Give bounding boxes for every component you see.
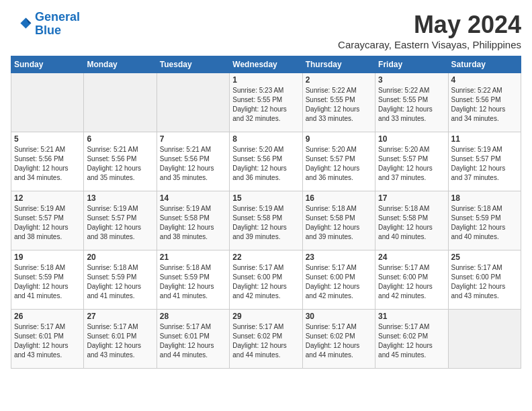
day-content: Sunrise: 5:17 AM Sunset: 6:00 PM Dayligh… — [232, 263, 299, 301]
day-number: 10 — [378, 134, 445, 144]
day-number: 17 — [378, 193, 445, 203]
day-number: 21 — [160, 253, 226, 262]
calendar-cell: 3Sunrise: 5:22 AM Sunset: 5:55 PM Daylig… — [375, 73, 448, 132]
calendar-cell: 29Sunrise: 5:17 AM Sunset: 6:02 PM Dayli… — [230, 310, 302, 369]
calendar-cell: 20Sunrise: 5:18 AM Sunset: 5:59 PM Dayli… — [84, 250, 157, 310]
day-content: Sunrise: 5:17 AM Sunset: 6:00 PM Dayligh… — [378, 263, 445, 301]
calendar-cell: 15Sunrise: 5:19 AM Sunset: 5:58 PM Dayli… — [230, 191, 302, 250]
day-content: Sunrise: 5:17 AM Sunset: 6:01 PM Dayligh… — [160, 322, 226, 360]
day-number: 28 — [160, 312, 226, 321]
day-number: 23 — [306, 253, 372, 262]
weekday-header: Saturday — [448, 56, 521, 73]
day-content: Sunrise: 5:18 AM Sunset: 5:59 PM Dayligh… — [451, 204, 518, 242]
day-content: Sunrise: 5:18 AM Sunset: 5:58 PM Dayligh… — [306, 204, 372, 242]
calendar-cell: 24Sunrise: 5:17 AM Sunset: 6:00 PM Dayli… — [375, 250, 448, 310]
calendar-cell: 10Sunrise: 5:20 AM Sunset: 5:57 PM Dayli… — [375, 132, 448, 191]
day-content: Sunrise: 5:22 AM Sunset: 5:55 PM Dayligh… — [378, 86, 445, 124]
calendar-cell: 12Sunrise: 5:19 AM Sunset: 5:57 PM Dayli… — [11, 191, 84, 250]
day-number: 15 — [232, 193, 299, 203]
weekday-header: Tuesday — [157, 56, 229, 73]
day-content: Sunrise: 5:17 AM Sunset: 6:02 PM Dayligh… — [232, 322, 299, 360]
day-number: 31 — [378, 312, 445, 321]
calendar-cell: 25Sunrise: 5:17 AM Sunset: 6:00 PM Dayli… — [448, 250, 521, 310]
calendar-cell: 31Sunrise: 5:17 AM Sunset: 6:02 PM Dayli… — [375, 310, 448, 369]
svg-marker-0 — [20, 17, 31, 28]
weekday-header: Friday — [375, 56, 448, 73]
day-number: 9 — [306, 134, 372, 144]
day-content: Sunrise: 5:21 AM Sunset: 5:56 PM Dayligh… — [14, 145, 81, 183]
logo-icon — [11, 13, 32, 35]
day-number: 25 — [451, 253, 518, 262]
day-number: 8 — [232, 134, 299, 144]
day-content: Sunrise: 5:20 AM Sunset: 5:57 PM Dayligh… — [378, 145, 445, 183]
title-block: May 2024 Caraycaray, Eastern Visayas, Ph… — [338, 11, 521, 50]
day-content: Sunrise: 5:23 AM Sunset: 5:55 PM Dayligh… — [232, 86, 299, 124]
day-content: Sunrise: 5:19 AM Sunset: 5:57 PM Dayligh… — [14, 204, 81, 242]
page-header: General Blue May 2024 Caraycaray, Easter… — [11, 11, 521, 50]
day-content: Sunrise: 5:17 AM Sunset: 6:02 PM Dayligh… — [306, 322, 372, 360]
day-number: 13 — [87, 193, 153, 203]
weekday-header: Monday — [84, 56, 157, 73]
day-number: 3 — [378, 75, 445, 85]
weekday-header: Wednesday — [230, 56, 302, 73]
calendar-cell — [448, 310, 521, 369]
day-number: 12 — [14, 193, 81, 203]
calendar-cell: 18Sunrise: 5:18 AM Sunset: 5:59 PM Dayli… — [448, 191, 521, 250]
calendar-cell: 16Sunrise: 5:18 AM Sunset: 5:58 PM Dayli… — [302, 191, 375, 250]
calendar-cell: 17Sunrise: 5:18 AM Sunset: 5:58 PM Dayli… — [375, 191, 448, 250]
calendar-cell — [157, 73, 229, 132]
day-content: Sunrise: 5:21 AM Sunset: 5:56 PM Dayligh… — [160, 145, 226, 183]
day-number: 18 — [451, 193, 518, 203]
calendar-cell: 22Sunrise: 5:17 AM Sunset: 6:00 PM Dayli… — [230, 250, 302, 310]
calendar-cell — [84, 73, 157, 132]
day-number: 1 — [232, 75, 299, 85]
calendar-table: SundayMondayTuesdayWednesdayThursdayFrid… — [11, 56, 521, 369]
day-number: 16 — [306, 193, 372, 203]
month-title: May 2024 — [338, 11, 521, 39]
day-number: 30 — [306, 312, 372, 321]
day-content: Sunrise: 5:19 AM Sunset: 5:57 PM Dayligh… — [87, 204, 153, 242]
day-number: 29 — [232, 312, 299, 321]
day-number: 11 — [451, 134, 518, 144]
day-number: 5 — [14, 134, 81, 144]
day-content: Sunrise: 5:18 AM Sunset: 5:59 PM Dayligh… — [160, 263, 226, 301]
day-content: Sunrise: 5:18 AM Sunset: 5:59 PM Dayligh… — [87, 263, 153, 301]
day-content: Sunrise: 5:18 AM Sunset: 5:58 PM Dayligh… — [378, 204, 445, 242]
day-number: 19 — [14, 253, 81, 262]
day-content: Sunrise: 5:17 AM Sunset: 6:00 PM Dayligh… — [451, 263, 518, 301]
calendar-cell: 30Sunrise: 5:17 AM Sunset: 6:02 PM Dayli… — [302, 310, 375, 369]
day-content: Sunrise: 5:17 AM Sunset: 6:01 PM Dayligh… — [87, 322, 153, 360]
weekday-header: Sunday — [11, 56, 84, 73]
calendar-cell: 2Sunrise: 5:22 AM Sunset: 5:55 PM Daylig… — [302, 73, 375, 132]
day-number: 2 — [306, 75, 372, 85]
calendar-cell: 1Sunrise: 5:23 AM Sunset: 5:55 PM Daylig… — [230, 73, 302, 132]
calendar-cell: 8Sunrise: 5:20 AM Sunset: 5:56 PM Daylig… — [230, 132, 302, 191]
calendar-cell: 6Sunrise: 5:21 AM Sunset: 5:56 PM Daylig… — [84, 132, 157, 191]
day-content: Sunrise: 5:17 AM Sunset: 6:00 PM Dayligh… — [306, 263, 372, 301]
calendar-cell: 14Sunrise: 5:19 AM Sunset: 5:58 PM Dayli… — [157, 191, 229, 250]
calendar-cell: 4Sunrise: 5:22 AM Sunset: 5:56 PM Daylig… — [448, 73, 521, 132]
day-number: 20 — [87, 253, 153, 262]
day-content: Sunrise: 5:21 AM Sunset: 5:56 PM Dayligh… — [87, 145, 153, 183]
day-number: 14 — [160, 193, 226, 203]
day-number: 6 — [87, 134, 153, 144]
day-content: Sunrise: 5:19 AM Sunset: 5:58 PM Dayligh… — [232, 204, 299, 242]
location: Caraycaray, Eastern Visayas, Philippines — [338, 39, 521, 50]
calendar-cell: 21Sunrise: 5:18 AM Sunset: 5:59 PM Dayli… — [157, 250, 229, 310]
day-content: Sunrise: 5:22 AM Sunset: 5:56 PM Dayligh… — [451, 86, 518, 124]
calendar-cell: 9Sunrise: 5:20 AM Sunset: 5:57 PM Daylig… — [302, 132, 375, 191]
day-number: 26 — [14, 312, 81, 321]
day-number: 4 — [451, 75, 518, 85]
logo: General Blue — [11, 11, 80, 38]
day-number: 22 — [232, 253, 299, 262]
day-content: Sunrise: 5:19 AM Sunset: 5:58 PM Dayligh… — [160, 204, 226, 242]
calendar-cell: 11Sunrise: 5:19 AM Sunset: 5:57 PM Dayli… — [448, 132, 521, 191]
day-number: 27 — [87, 312, 153, 321]
day-content: Sunrise: 5:20 AM Sunset: 5:56 PM Dayligh… — [232, 145, 299, 183]
calendar-cell: 7Sunrise: 5:21 AM Sunset: 5:56 PM Daylig… — [157, 132, 229, 191]
calendar-cell — [11, 73, 84, 132]
logo-text: General Blue — [35, 11, 80, 38]
day-number: 7 — [160, 134, 226, 144]
day-content: Sunrise: 5:22 AM Sunset: 5:55 PM Dayligh… — [306, 86, 372, 124]
day-content: Sunrise: 5:18 AM Sunset: 5:59 PM Dayligh… — [14, 263, 81, 301]
